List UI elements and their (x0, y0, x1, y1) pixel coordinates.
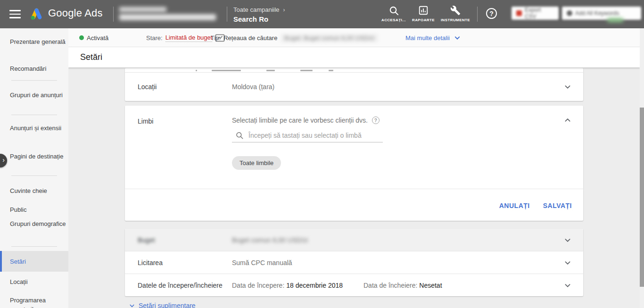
budget-label-redacted: Buget (138, 236, 155, 244)
help-icon[interactable]: ? (486, 8, 497, 19)
end-date-value: Nesetat (419, 282, 442, 289)
chevron-down-icon[interactable] (562, 235, 573, 245)
nav-reports[interactable]: RAPOARTE (409, 5, 438, 22)
chevron-down-icon[interactable] (562, 82, 573, 92)
locations-label: Locații (138, 83, 157, 91)
start-date-value: 18 decembrie 2018 (286, 282, 343, 289)
scrollbar-thumb[interactable] (640, 108, 644, 287)
sidebar-item-settings[interactable]: Setări (0, 251, 68, 272)
languages-helper-text: Selectați limbile pe care le vorbesc cli… (232, 117, 368, 124)
settings-content: Locații Moldova (țara) Limbi Selectați l… (68, 67, 640, 308)
nav-search[interactable]: ACCESAȚI... (378, 5, 409, 22)
languages-card: Limbi Selectați limbile pe care le vorbe… (125, 106, 583, 221)
chevron-down-icon (128, 301, 136, 308)
bidding-value: Sumă CPC manuală (232, 259, 292, 266)
start-date: Data de începere: 18 decembrie 2018 (232, 282, 343, 289)
state-value-limited-budget[interactable]: Limitată de buget (165, 34, 213, 42)
hamburger-menu-icon[interactable] (9, 10, 21, 18)
breadcrumb-all-campaigns[interactable]: Toate campaniile (233, 6, 280, 13)
state-label: Stare: (146, 34, 163, 42)
sidebar-divider (11, 80, 57, 81)
all-languages-chip[interactable]: Toate limbile (232, 156, 281, 170)
more-details-label: Mai multe detalii (405, 34, 450, 42)
topbar-divider (227, 7, 227, 22)
cancel-button[interactable]: ANULAȚI (495, 198, 535, 213)
save-button[interactable]: SALVAȚI (538, 198, 577, 213)
topbar-divider (113, 7, 114, 22)
bidding-row[interactable]: Licitarea Sumă CPC manuală (125, 251, 583, 274)
nav-reports-label: RAPOARTE (409, 18, 438, 22)
sidebar-divider (11, 175, 57, 176)
more-details-toggle[interactable]: Mai multe detalii (405, 28, 462, 47)
product-name: Google Ads (48, 7, 103, 19)
language-search-input[interactable] (248, 132, 371, 139)
additional-settings-toggle[interactable]: Setări suplimentare (128, 301, 196, 308)
budget-value-redacted: Buget comun 6,00 USD/zi (232, 236, 308, 244)
chevron-down-icon (453, 33, 462, 42)
google-ads-app: Google Ads Toate campaniile› Search Ro A… (0, 0, 644, 308)
chevron-up-icon[interactable] (562, 115, 573, 125)
languages-actions: ANULAȚI SALVAȚI (495, 198, 577, 213)
nav-search-label: ACCESAȚI... (378, 18, 409, 22)
redacted-extension-badge (607, 18, 623, 22)
campaign-settings-card: Buget Buget comun 6,00 USD/zi Licitarea … (125, 229, 583, 296)
search-icon (235, 131, 244, 140)
bidding-label: Licitarea (138, 259, 163, 266)
keywords-icon (567, 10, 572, 16)
sidebar-nav: Prezentare generală Recomandări Grupuri … (0, 28, 68, 308)
breadcrumb: Toate campaniile› Search Ro (233, 5, 285, 23)
sidebar-item-recommendations[interactable]: Recomandări (0, 64, 68, 73)
locations-card: Locații Moldova (țara) (125, 68, 583, 101)
redacted-add-keywords-button[interactable]: Add All Keywords (562, 7, 641, 20)
type-label: Tip: (211, 34, 221, 42)
help-tooltip-icon[interactable]: ? (372, 117, 380, 124)
breadcrumb-campaign-name[interactable]: Search Ro (233, 15, 285, 23)
google-ads-logo-icon[interactable] (27, 6, 44, 25)
budget-row[interactable]: Buget Buget comun 6,00 USD/zi (125, 229, 583, 251)
csv-icon (516, 10, 522, 16)
card-divider (125, 189, 583, 189)
nav-tools[interactable]: INSTRUMENTE (438, 5, 473, 22)
locations-row[interactable]: Locații Moldova (țara) (125, 73, 583, 100)
dates-label: Datele de începere/încheiere (138, 282, 223, 289)
export-csv-label: Export CSV (525, 7, 554, 20)
status-label: Activată (87, 34, 108, 42)
search-icon (378, 5, 409, 16)
vertical-scrollbar[interactable] (640, 28, 644, 308)
campaign-status: Activată (79, 28, 108, 47)
languages-label: Limbi (138, 117, 153, 125)
sidebar-item-ad-schedule[interactable]: Programarea anunțurilor (0, 296, 68, 308)
end-date-label: Data de încheiere: (363, 282, 417, 289)
main-column: Activată Stare: Limitată de buget Tip: R… (68, 28, 640, 308)
topbar-divider (477, 7, 478, 22)
breadcrumb-arrow-icon: › (283, 7, 285, 13)
sidebar-item-audiences[interactable]: Public (0, 205, 68, 214)
start-date-label: Data de începere: (232, 282, 284, 289)
redacted-account-name[interactable] (119, 14, 216, 20)
top-bar: Google Ads Toate campaniile› Search Ro A… (0, 0, 644, 28)
redacted-account-id (119, 7, 166, 12)
chevron-down-icon[interactable] (562, 280, 573, 291)
bar-chart-icon (409, 5, 438, 16)
wrench-icon (438, 5, 473, 16)
language-search-field[interactable] (232, 128, 383, 142)
redacted-export-csv-button[interactable]: Export CSV (512, 7, 559, 20)
sidebar-item-ad-groups[interactable]: Grupuri de anunțuri (0, 91, 68, 100)
type-value: Rețeaua de căutare (223, 34, 277, 42)
sidebar-item-locations[interactable]: Locații (0, 277, 68, 286)
dates-row[interactable]: Datele de începere/încheiere Data de înc… (125, 274, 583, 296)
add-keywords-label: Add All Keywords (575, 10, 619, 17)
nav-tools-label: INSTRUMENTE (438, 18, 473, 22)
sidebar-item-overview[interactable]: Prezentare generală (0, 37, 68, 46)
sidebar-item-demographics[interactable]: Grupuri demografice (0, 219, 68, 228)
chevron-down-icon[interactable] (562, 258, 573, 268)
sidebar-item-keywords[interactable]: Cuvinte cheie (0, 186, 68, 195)
sidebar-item-ads-extensions[interactable]: Anunțuri și extensii (0, 124, 68, 133)
sidebar-item-landing-pages[interactable]: Pagini de destinație (0, 152, 68, 161)
campaign-type: Tip: Rețeaua de căutare (211, 28, 277, 47)
campaign-status-bar: Activată Stare: Limitată de buget Tip: R… (68, 28, 640, 47)
page-title: Setări (80, 52, 102, 62)
end-date: Data de încheiere: Nesetat (363, 282, 442, 289)
clipped-row-above (125, 68, 583, 73)
languages-helper: Selectați limbile pe care le vorbesc cli… (232, 117, 380, 124)
